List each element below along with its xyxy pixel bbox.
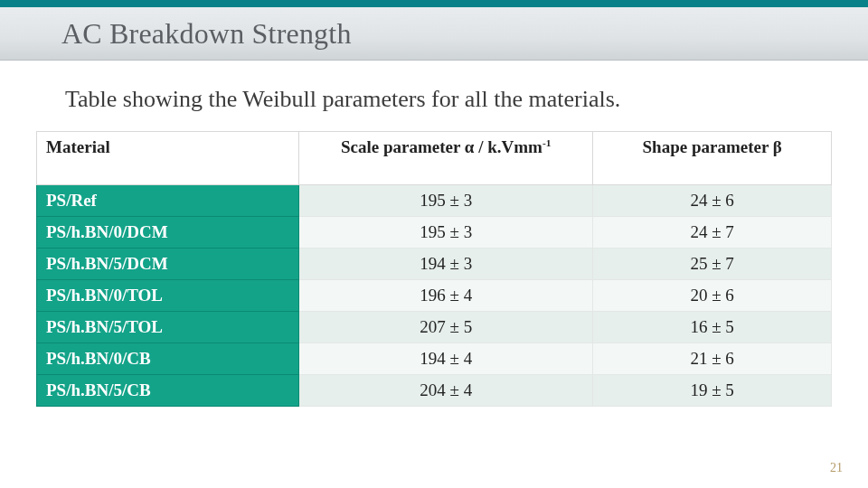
col-scale: Scale parameter α / k.Vmm-1 xyxy=(299,131,593,184)
col-scale-sup: -1 xyxy=(542,137,552,148)
col-scale-prefix: Scale parameter α / k.Vmm xyxy=(341,137,542,156)
weibull-table: Material Scale parameter α / k.Vmm-1 Sha… xyxy=(36,131,832,407)
col-material: Material xyxy=(37,131,299,184)
cell-shape: 20 ± 6 xyxy=(593,279,832,311)
cell-material: PS/h.BN/5/DCM xyxy=(37,248,299,279)
cell-scale: 195 ± 3 xyxy=(299,216,593,248)
cell-shape: 21 ± 6 xyxy=(593,343,832,374)
cell-material: PS/h.BN/5/CB xyxy=(37,374,299,406)
cell-scale: 195 ± 3 xyxy=(299,184,593,216)
table-row: PS/h.BN/5/TOL207 ± 516 ± 5 xyxy=(37,311,832,343)
table-row: PS/h.BN/5/DCM194 ± 325 ± 7 xyxy=(37,248,832,279)
weibull-table-wrap: Material Scale parameter α / k.Vmm-1 Sha… xyxy=(36,131,832,407)
cell-scale: 204 ± 4 xyxy=(299,374,593,406)
cell-shape: 19 ± 5 xyxy=(593,374,832,406)
cell-material: PS/h.BN/0/DCM xyxy=(37,216,299,248)
subtitle: Table showing the Weibull parameters for… xyxy=(65,84,803,115)
cell-scale: 194 ± 4 xyxy=(299,343,593,374)
cell-shape: 24 ± 7 xyxy=(593,216,832,248)
table-row: PS/Ref195 ± 324 ± 6 xyxy=(37,184,832,216)
page-number: 21 xyxy=(830,461,843,475)
cell-material: PS/h.BN/0/TOL xyxy=(37,279,299,311)
cell-material: PS/Ref xyxy=(37,184,299,216)
col-shape: Shape parameter β xyxy=(593,131,832,184)
table-header-row: Material Scale parameter α / k.Vmm-1 Sha… xyxy=(37,131,832,184)
table-row: PS/h.BN/0/TOL196 ± 420 ± 6 xyxy=(37,279,832,311)
cell-shape: 16 ± 5 xyxy=(593,311,832,343)
table-row: PS/h.BN/5/CB204 ± 419 ± 5 xyxy=(37,374,832,406)
cell-material: PS/h.BN/5/TOL xyxy=(37,311,299,343)
table-row: PS/h.BN/0/CB194 ± 421 ± 6 xyxy=(37,343,832,374)
cell-scale: 207 ± 5 xyxy=(299,311,593,343)
accent-bar xyxy=(0,0,868,7)
table-row: PS/h.BN/0/DCM195 ± 324 ± 7 xyxy=(37,216,832,248)
cell-scale: 194 ± 3 xyxy=(299,248,593,279)
cell-shape: 24 ± 6 xyxy=(593,184,832,216)
page-title: AC Breakdown Strength xyxy=(61,17,352,51)
cell-scale: 196 ± 4 xyxy=(299,279,593,311)
cell-material: PS/h.BN/0/CB xyxy=(37,343,299,374)
title-strip: AC Breakdown Strength xyxy=(0,7,868,61)
cell-shape: 25 ± 7 xyxy=(593,248,832,279)
